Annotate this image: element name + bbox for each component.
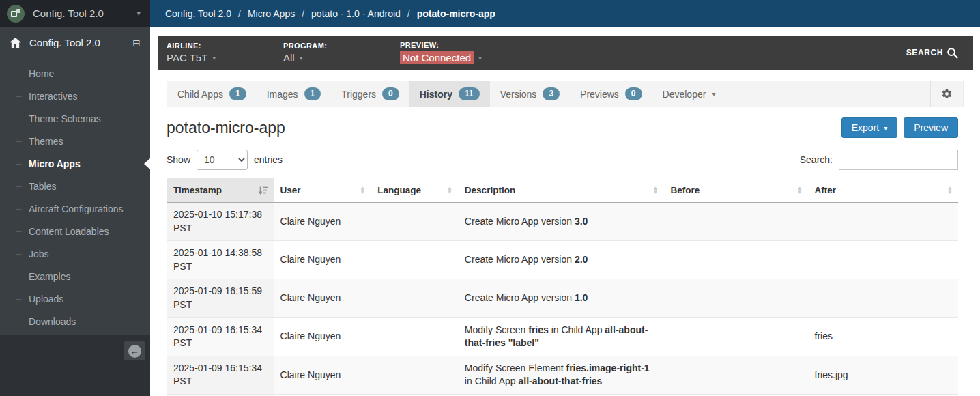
collapse-sidebar-icon[interactable]: ⊟ — [132, 38, 141, 48]
chevron-down-icon[interactable]: ▾ — [136, 9, 141, 18]
caret-down-icon: ▾ — [884, 124, 887, 132]
show-label: Show — [167, 154, 190, 165]
tab-label: Developer — [663, 89, 706, 100]
breadcrumb-separator: / — [238, 8, 241, 19]
sort-desc-icon — [258, 186, 268, 195]
cell-before — [663, 203, 807, 241]
column-label: Description — [465, 185, 515, 195]
search-button[interactable]: SEARCH — [906, 47, 958, 59]
filter-value-dropdown[interactable]: PAC T5T▾ — [167, 52, 283, 63]
sidebar-item-theme-schemas[interactable]: Theme Schemas — [0, 107, 150, 130]
cell-user: Claire Nguyen — [274, 356, 371, 394]
page-title: potato-micro-app — [167, 119, 285, 137]
cell-after — [808, 241, 958, 279]
sidebar-item-uploads[interactable]: Uploads — [0, 287, 150, 310]
tab-developer[interactable]: Developer▾ — [652, 81, 726, 107]
tab-images[interactable]: Images1 — [257, 81, 332, 107]
tab-count-badge: 3 — [543, 87, 560, 101]
filter-value-dropdown[interactable]: All▾ — [283, 52, 400, 63]
sort-both-icon: ▲▼ — [653, 186, 659, 195]
tab-count-badge: 11 — [459, 87, 480, 101]
history-table-head: TimestampUser▲▼Language▲▼Description▲▼Be… — [167, 178, 958, 203]
column-header-user[interactable]: User▲▼ — [274, 178, 371, 203]
breadcrumb-link-config-tool-2-0[interactable]: Config. Tool 2.0 — [165, 8, 231, 19]
export-button[interactable]: Export ▾ — [841, 117, 898, 138]
sidebar: Config. Tool 2.0 ⊟ HomeInteractivesTheme… — [0, 27, 150, 396]
tab-child-apps[interactable]: Child Apps1 — [167, 81, 257, 107]
cell-after: fries.jpg — [808, 356, 958, 394]
search-button-label: SEARCH — [906, 48, 943, 57]
cell-timestamp: 2025-01-09 16:15:34 PST — [167, 356, 274, 394]
sidebar-item-tables[interactable]: Tables — [0, 175, 150, 197]
column-header-after[interactable]: After▲▼ — [808, 178, 958, 203]
cell-before — [663, 317, 807, 356]
sidebar-item-aircraft-configurations[interactable]: Aircraft Configurations — [0, 197, 150, 220]
column-label: User — [280, 185, 301, 195]
cell-language — [371, 279, 458, 317]
app-screen: Config. Tool 2.0 ▾ Config. Tool 2.0/Micr… — [0, 0, 980, 396]
history-table-body: 2025-01-10 15:17:38 PSTClaire NguyenCrea… — [167, 203, 958, 396]
cell-timestamp: 2025-01-10 14:38:58 PST — [167, 241, 274, 279]
sort-both-icon: ▲▼ — [447, 186, 452, 195]
tab-count-badge: 1 — [229, 87, 246, 101]
action-buttons: Export ▾ Preview — [841, 117, 958, 138]
cell-description: Modify Screen fries in Child App all-abo… — [458, 317, 664, 356]
caret-down-icon: ▾ — [712, 90, 715, 98]
caret-down-icon: ▾ — [300, 54, 303, 61]
breadcrumb-link-potato-1-0-android[interactable]: potato - 1.0 - Android — [311, 8, 401, 19]
sidebar-item-examples[interactable]: Examples — [0, 265, 150, 287]
column-label: After — [815, 185, 837, 195]
breadcrumb-link-micro-apps[interactable]: Micro Apps — [248, 8, 295, 19]
cell-description: Create Micro App version 2.0 — [458, 241, 664, 279]
sidebar-item-micro-apps[interactable]: Micro Apps — [0, 152, 150, 175]
sidebar-item-jobs[interactable]: Jobs — [0, 242, 150, 265]
search-icon — [947, 47, 958, 59]
column-header-timestamp[interactable]: Timestamp — [167, 178, 274, 203]
tab-label: Child Apps — [177, 89, 223, 100]
filter-program: PROGRAM:All▾ — [283, 42, 400, 63]
sort-both-icon: ▲▼ — [797, 186, 803, 195]
table-row: 2025-01-10 14:38:58 PSTClaire NguyenCrea… — [167, 241, 958, 279]
table-search-label: Search: — [800, 154, 833, 165]
tab-previews[interactable]: Previews0 — [570, 81, 652, 107]
tab-count-badge: 0 — [382, 87, 399, 101]
filter-selected-value: All — [283, 52, 295, 63]
cell-user: Claire Nguyen — [274, 279, 371, 317]
sidebar-item-downloads[interactable]: Downloads — [0, 310, 150, 333]
cell-user: Claire Nguyen — [274, 241, 371, 279]
table-controls: Show 10 entries Search: — [167, 150, 958, 170]
history-table: TimestampUser▲▼Language▲▼Description▲▼Be… — [167, 178, 958, 396]
tab-bar: Child Apps1Images1Triggers0History11Vers… — [167, 81, 964, 107]
tab-label: Triggers — [341, 89, 376, 100]
sidebar-title: Config. Tool 2.0 — [29, 37, 100, 48]
column-header-language[interactable]: Language▲▼ — [371, 178, 458, 203]
tab-history[interactable]: History11 — [409, 81, 490, 107]
settings-button[interactable] — [930, 81, 963, 107]
tab-label: Versions — [500, 89, 537, 100]
filter-bar: AIRLINE:PAC T5T▾PROGRAM:All▾PREVIEW:Not … — [158, 36, 973, 70]
app-logo-icon — [7, 5, 25, 23]
tab-versions[interactable]: Versions3 — [490, 81, 570, 107]
tab-count-badge: 0 — [625, 87, 642, 101]
cell-description: Create Micro App version 3.0 — [458, 203, 664, 241]
column-header-description[interactable]: Description▲▼ — [458, 178, 664, 203]
page-length-select[interactable]: 10 — [197, 150, 248, 170]
breadcrumb: Config. Tool 2.0/Micro Apps/potato - 1.0… — [150, 0, 980, 27]
table-row: 2025-01-09 16:15:59 PSTClaire NguyenCrea… — [167, 279, 958, 317]
filter-preview: PREVIEW:Not Connected▾ — [400, 41, 517, 64]
sidebar-item-home[interactable]: Home — [0, 62, 150, 85]
cell-before — [663, 241, 807, 279]
tab-triggers[interactable]: Triggers0 — [331, 81, 409, 107]
sidebar-item-interactives[interactable]: Interactives — [0, 85, 150, 107]
preview-button[interactable]: Preview — [904, 117, 958, 138]
sort-both-icon: ▲▼ — [947, 186, 953, 195]
filter-value-dropdown[interactable]: Not Connected▾ — [400, 51, 517, 64]
cell-timestamp: 2025-01-10 15:17:38 PST — [167, 203, 274, 241]
filter-selected-value: Not Connected — [400, 51, 474, 64]
sidebar-back-button[interactable]: ← — [124, 341, 145, 360]
sidebar-item-themes[interactable]: Themes — [0, 130, 150, 152]
sidebar-item-content-loadables[interactable]: Content Loadables — [0, 220, 150, 242]
cell-user: Claire Nguyen — [274, 317, 371, 356]
table-search-input[interactable] — [839, 150, 958, 170]
column-header-before[interactable]: Before▲▼ — [663, 178, 807, 203]
